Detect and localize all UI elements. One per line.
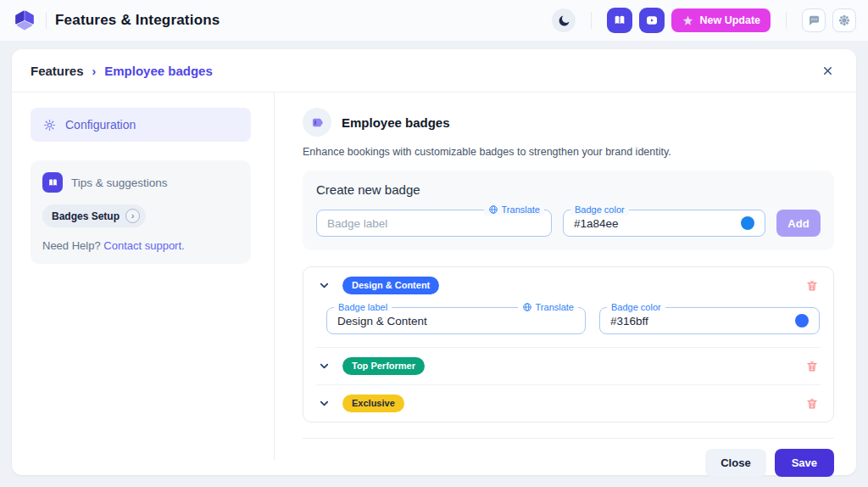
feature-modal: Features › Employee badges Configuration <box>12 49 856 475</box>
settings-button[interactable] <box>832 8 856 32</box>
feature-description: Enhance bookings with customizable badge… <box>303 146 834 158</box>
tips-panel: Tips & suggestions Badges Setup › Need H… <box>31 160 251 264</box>
badge-item-design-content: Design & Content <box>316 267 821 304</box>
globe-icon <box>488 204 498 215</box>
add-badge-button[interactable]: Add <box>776 210 821 237</box>
badge-pill: Exclusive <box>342 395 404 412</box>
new-badge-label-field[interactable]: Translate <box>316 210 552 237</box>
translate-action[interactable]: Translate <box>484 204 544 216</box>
badge-label-input[interactable] <box>337 315 575 327</box>
header-divider <box>46 12 47 29</box>
expand-toggle[interactable] <box>316 395 332 411</box>
dark-mode-toggle[interactable] <box>552 8 576 32</box>
badge-color-legend: Badge color <box>570 204 629 216</box>
translate-action[interactable]: Translate <box>518 301 578 313</box>
need-help-text: Need Help? <box>42 239 101 252</box>
chat-icon <box>807 14 821 27</box>
breadcrumb-employee-badges: Employee badges <box>104 64 213 78</box>
video-tutorials-button[interactable] <box>639 8 665 33</box>
sidebar-item-configuration[interactable]: Configuration <box>31 108 251 142</box>
badge-color-input[interactable] <box>610 315 788 327</box>
badge-color-legend: Badge color <box>607 301 665 313</box>
badge-pill: Top Performer <box>342 357 425 375</box>
collapse-toggle[interactable] <box>316 277 332 294</box>
chevron-right-icon: › <box>92 64 97 78</box>
color-swatch[interactable] <box>741 216 754 230</box>
tips-book-icon <box>42 172 63 193</box>
header-divider <box>786 12 787 29</box>
translate-label: Translate <box>502 204 540 216</box>
main-panel: Employee badges Enhance bookings with cu… <box>275 92 856 475</box>
modal-footer: Close Save <box>303 439 834 487</box>
badge-label-field[interactable]: Badge label Translate <box>326 307 586 334</box>
expand-toggle[interactable] <box>316 358 332 374</box>
delete-badge-button[interactable] <box>804 395 821 412</box>
badge-item-top-performer: Top Performer <box>316 348 821 384</box>
new-badge-label-input[interactable] <box>327 217 541 230</box>
feedback-button[interactable] <box>802 8 826 32</box>
top-header: Features & Integrations New Update <box>0 0 868 41</box>
badge-color-field[interactable]: Badge color <box>599 307 820 334</box>
new-update-label: New Update <box>699 14 760 26</box>
feature-badge-icon <box>303 108 331 137</box>
help-line: Need Help? Contact support. <box>42 239 239 252</box>
save-button[interactable]: Save <box>775 449 834 477</box>
trash-icon <box>805 360 819 373</box>
docs-button[interactable] <box>607 8 632 33</box>
star-icon <box>682 14 694 27</box>
badge-item-exclusive: Exclusive <box>316 385 821 422</box>
badge-label-legend: Badge label <box>334 301 392 313</box>
configuration-label: Configuration <box>65 118 136 132</box>
book-icon <box>613 14 626 27</box>
new-badge-color-field[interactable]: Badge color <box>563 210 765 237</box>
feature-title: Employee badges <box>342 115 450 130</box>
badges-setup-link[interactable]: Badges Setup › <box>42 204 146 227</box>
gear-outline-icon <box>42 118 57 132</box>
delete-badge-button[interactable] <box>804 358 821 375</box>
new-badge-color-input[interactable] <box>574 217 734 230</box>
badges-setup-label: Badges Setup <box>52 210 120 222</box>
badge-list: Design & Content Badge label <box>303 266 834 423</box>
contact-support-link[interactable]: Contact support. <box>103 239 184 252</box>
page-title: Features & Integrations <box>55 12 220 29</box>
video-icon <box>645 14 659 27</box>
app-logo-icon <box>12 8 37 33</box>
close-icon <box>821 64 834 77</box>
create-badge-heading: Create new badge <box>316 182 821 197</box>
breadcrumb: Features › Employee badges <box>12 49 856 92</box>
chevron-down-icon <box>318 360 331 372</box>
chevron-right-circle-icon: › <box>125 209 140 223</box>
sidebar: Configuration Tips & suggestions Badges … <box>12 92 251 475</box>
color-swatch[interactable] <box>795 314 809 327</box>
gear-icon <box>837 14 851 27</box>
header-divider <box>591 12 592 29</box>
close-modal-button[interactable] <box>818 61 837 81</box>
breadcrumb-features[interactable]: Features <box>31 64 84 78</box>
delete-badge-button[interactable] <box>804 277 821 294</box>
badge-pill: Design & Content <box>342 277 439 294</box>
trash-icon <box>805 279 819 293</box>
globe-icon <box>522 302 532 312</box>
new-update-button[interactable]: New Update <box>671 8 771 32</box>
trash-icon <box>805 397 819 411</box>
chevron-down-icon <box>318 279 331 292</box>
translate-label: Translate <box>536 301 574 313</box>
moon-icon <box>557 14 571 28</box>
close-button[interactable]: Close <box>705 449 765 477</box>
tips-title: Tips & suggestions <box>71 176 168 189</box>
chevron-down-icon <box>318 397 331 410</box>
badge-edit-area: Badge label Translate Badge colo <box>316 304 821 347</box>
create-badge-section: Create new badge Translate <box>303 171 834 250</box>
